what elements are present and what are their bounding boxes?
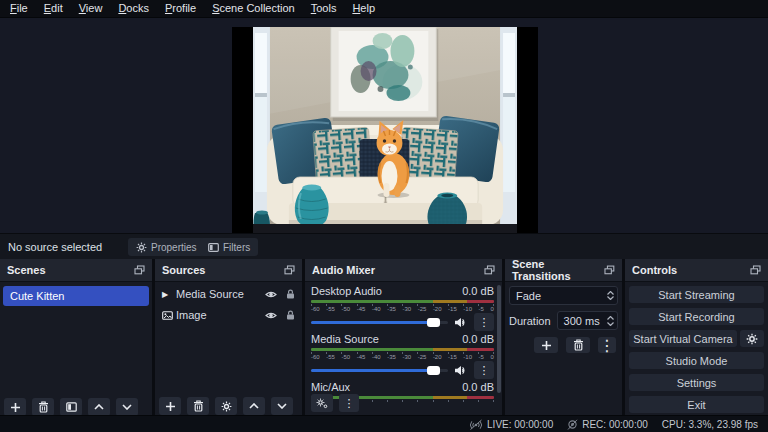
lock-toggle[interactable] xyxy=(286,289,295,299)
sources-dock-title: Sources xyxy=(162,264,205,276)
volume-slider-handle[interactable] xyxy=(427,318,440,327)
scene-transitions-dock-header[interactable]: Scene Transitions xyxy=(505,259,622,282)
trash-icon xyxy=(38,401,49,413)
preview-canvas[interactable] xyxy=(232,27,538,233)
broadcast-signal-icon xyxy=(469,419,483,430)
source-row-media[interactable]: ▶ Media Source xyxy=(155,285,302,303)
add-source-button[interactable] xyxy=(159,397,181,415)
plus-icon xyxy=(165,401,176,412)
sources-toolbar xyxy=(159,397,293,415)
properties-button[interactable]: Properties xyxy=(128,238,205,256)
start-virtual-camera-button[interactable]: Start Virtual Camera xyxy=(629,330,737,347)
db-tick-label: -25 xyxy=(418,354,427,360)
scenes-dock: Scenes Cute Kitten xyxy=(0,259,152,415)
speaker-icon[interactable] xyxy=(454,317,468,328)
studio-mode-button[interactable]: Studio Mode xyxy=(629,352,764,369)
transition-selected-value: Fade xyxy=(510,290,603,302)
live-status: LIVE: 00:00:00 xyxy=(469,419,553,430)
mixer-options-button[interactable]: ⋮ xyxy=(339,394,359,412)
remove-source-button[interactable] xyxy=(187,397,209,415)
audio-mixer-dock: Audio Mixer Desktop Audio 0.0 dB -60-55-… xyxy=(305,259,502,415)
preview-area xyxy=(0,18,768,233)
gear-icon xyxy=(221,401,232,412)
filters-icon xyxy=(208,243,219,252)
popout-icon[interactable] xyxy=(484,265,495,275)
settings-button[interactable]: Settings xyxy=(629,374,764,391)
menu-profile[interactable]: Profile xyxy=(157,0,204,17)
controls-dock-header[interactable]: Controls xyxy=(625,259,768,282)
channel-options-button[interactable]: ⋮ xyxy=(474,313,494,331)
scene-transitions-dock-title: Scene Transitions xyxy=(512,258,604,282)
preview-video-content xyxy=(253,27,517,233)
menu-tools[interactable]: Tools xyxy=(303,0,345,17)
source-row-image[interactable]: Image xyxy=(155,306,302,324)
filters-button[interactable]: Filters xyxy=(200,238,258,256)
volume-slider-handle[interactable] xyxy=(427,366,440,375)
move-source-down-button[interactable] xyxy=(271,397,293,415)
db-tick-label: 0 xyxy=(490,306,493,312)
db-tick-label: -10 xyxy=(463,306,472,312)
scenes-dock-title: Scenes xyxy=(7,264,46,276)
popout-icon[interactable] xyxy=(750,265,761,275)
channel-db-value: 0.0 dB xyxy=(462,381,494,394)
advanced-audio-properties-button[interactable] xyxy=(311,394,333,412)
volume-slider[interactable] xyxy=(311,369,448,372)
remove-scene-button[interactable] xyxy=(32,398,54,416)
sources-dock-header[interactable]: Sources xyxy=(155,259,302,282)
channel-options-button[interactable]: ⋮ xyxy=(474,361,494,379)
menu-docks[interactable]: Docks xyxy=(110,0,157,17)
duration-label: Duration xyxy=(509,315,551,327)
source-label: Media Source xyxy=(176,288,244,300)
visibility-toggle[interactable] xyxy=(265,290,277,299)
lock-toggle[interactable] xyxy=(286,310,295,320)
menu-file[interactable]: File xyxy=(2,0,36,17)
popout-icon[interactable] xyxy=(284,265,295,275)
record-icon xyxy=(567,419,578,430)
media-source-icon: ▶ xyxy=(162,290,176,299)
audio-mixer-dock-header[interactable]: Audio Mixer xyxy=(305,259,502,282)
chevron-up-icon xyxy=(94,404,104,410)
menu-help[interactable]: Help xyxy=(344,0,383,17)
popout-icon[interactable] xyxy=(604,265,615,275)
chevron-down-icon xyxy=(607,322,614,326)
menu-edit[interactable]: Edit xyxy=(36,0,71,17)
duration-spinbox[interactable]: 300 ms xyxy=(557,311,618,330)
db-tick-label: 0 xyxy=(490,354,493,360)
popout-icon[interactable] xyxy=(134,265,145,275)
volume-slider[interactable] xyxy=(311,321,448,324)
virtual-camera-settings-button[interactable] xyxy=(740,330,764,347)
rec-time-label: REC: 00:00:00 xyxy=(582,419,648,430)
mixer-scrollbar[interactable] xyxy=(497,285,501,393)
db-tick-label: -45 xyxy=(357,306,366,312)
filters-button-label: Filters xyxy=(223,242,250,253)
scene-filters-button[interactable] xyxy=(60,398,82,416)
start-streaming-button[interactable]: Start Streaming xyxy=(629,286,764,303)
menu-view[interactable]: View xyxy=(71,0,111,17)
controls-dock: Controls Start Streaming Start Recording… xyxy=(625,259,768,415)
scene-list-item[interactable]: Cute Kitten xyxy=(3,286,149,306)
scenes-dock-header[interactable]: Scenes xyxy=(0,259,152,282)
add-transition-button[interactable] xyxy=(534,337,558,353)
add-scene-button[interactable] xyxy=(4,398,26,416)
exit-button[interactable]: Exit xyxy=(629,396,764,413)
source-properties-button[interactable] xyxy=(215,397,237,415)
controls-dock-title: Controls xyxy=(632,264,677,276)
menu-scene-collection[interactable]: Scene Collection xyxy=(204,0,303,17)
speaker-icon[interactable] xyxy=(454,365,468,376)
remove-transition-button[interactable] xyxy=(566,337,590,353)
visibility-toggle[interactable] xyxy=(265,311,277,320)
transition-options-button[interactable]: ⋮ xyxy=(598,337,616,353)
spin-arrows[interactable] xyxy=(603,316,617,326)
rec-status: REC: 00:00:00 xyxy=(567,419,648,430)
move-source-up-button[interactable] xyxy=(243,397,265,415)
menu-bar: File Edit View Docks Profile Scene Colle… xyxy=(0,0,768,18)
live-time-label: LIVE: 00:00:00 xyxy=(487,419,553,430)
source-toolbar: No source selected Properties Filters xyxy=(0,233,768,259)
start-recording-button[interactable]: Start Recording xyxy=(629,308,764,325)
transition-select[interactable]: Fade xyxy=(509,286,618,305)
lock-icon xyxy=(286,310,295,320)
move-scene-up-button[interactable] xyxy=(88,398,110,416)
move-scene-down-button[interactable] xyxy=(116,398,138,416)
mixer-channel-media-source: Media Source 0.0 dB -60-55-50-45-40-35-3… xyxy=(311,333,494,380)
gear-icon xyxy=(746,333,758,345)
